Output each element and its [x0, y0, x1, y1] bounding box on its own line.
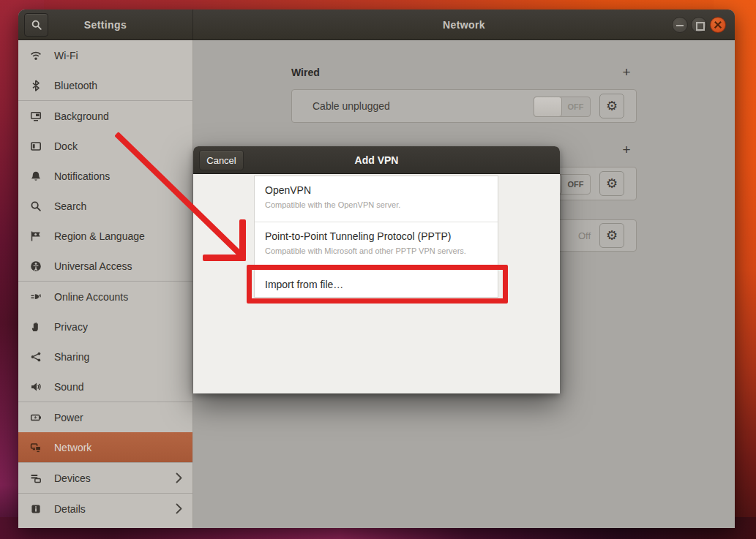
- sidebar-item-label: Sharing: [54, 351, 89, 363]
- sidebar-item-label: Background: [54, 110, 109, 122]
- sidebar-item-power[interactable]: Power: [18, 402, 192, 432]
- vpn-settings-button[interactable]: [599, 223, 624, 248]
- wired-toggle[interactable]: OFF: [534, 97, 591, 117]
- sidebar-item-background[interactable]: Background: [18, 101, 192, 131]
- gear-icon: [606, 99, 618, 113]
- sidebar-item-label: Sound: [54, 381, 83, 393]
- dock-icon: [30, 140, 42, 152]
- titlebar-page-section: Network: [193, 10, 735, 39]
- speaker-icon: [30, 381, 42, 393]
- minimize-button-icon[interactable]: [672, 17, 688, 33]
- wired-row: Cable unplugged OFF: [291, 89, 637, 123]
- sidebar-item-label: Power: [54, 412, 83, 423]
- sidebar-item-label: Search: [54, 200, 86, 212]
- maximize-button-icon[interactable]: [691, 17, 707, 33]
- accessibility-icon: [30, 260, 42, 272]
- sidebar-item-privacy[interactable]: Privacy: [18, 312, 192, 342]
- cancel-button[interactable]: Cancel: [199, 150, 244, 170]
- sidebar-item-label: Region & Language: [54, 230, 145, 242]
- info-icon: [30, 503, 42, 515]
- list-item-openvpn[interactable]: OpenVPN Compatible with the OpenVPN serv…: [255, 176, 498, 222]
- wired-settings-button[interactable]: [599, 94, 624, 118]
- list-item-title: OpenVPN: [265, 184, 487, 196]
- background-icon: [30, 110, 42, 122]
- sidebar-item-label: Details: [54, 503, 86, 515]
- sidebar-item-label: Network: [54, 442, 91, 453]
- sidebar-item-label: Privacy: [54, 321, 88, 333]
- add-vpn-button[interactable]: +: [619, 142, 634, 158]
- desktop-background: Settings Network Wi-Fi Bluetooth: [0, 0, 756, 539]
- devices-icon: [30, 472, 42, 484]
- sidebar-item-sound[interactable]: Sound: [18, 372, 192, 402]
- wifi-icon: [30, 50, 42, 61]
- bell-icon: [30, 170, 42, 182]
- sidebar-item-network[interactable]: Network: [18, 432, 192, 462]
- sidebar-item-devices[interactable]: Devices: [18, 463, 192, 493]
- app-title: Settings: [18, 10, 192, 39]
- second-row-settings-button[interactable]: [599, 171, 624, 196]
- toggle-knob: [534, 97, 562, 117]
- annotation-highlight-rectangle: [247, 265, 508, 304]
- page-title: Network: [193, 10, 735, 39]
- sidebar-item-dock[interactable]: Dock: [18, 131, 192, 161]
- sidebar-item-label: Notifications: [54, 170, 110, 182]
- sidebar-item-label: Devices: [54, 472, 91, 484]
- sidebar-item-universal-access[interactable]: Universal Access: [18, 251, 192, 281]
- annotation-arrowhead: [239, 219, 246, 261]
- dialog-title: Add VPN: [193, 146, 560, 173]
- network-icon: [30, 442, 42, 453]
- sidebar-item-label: Online Accounts: [54, 291, 128, 303]
- sidebar-item-label: Bluetooth: [54, 80, 97, 91]
- close-button-icon[interactable]: [710, 17, 726, 33]
- online-accounts-icon: [30, 291, 42, 303]
- list-item-pptp[interactable]: Point-to-Point Tunneling Protocol (PPTP)…: [255, 222, 498, 269]
- battery-icon: [30, 412, 42, 423]
- titlebar[interactable]: Settings Network: [18, 10, 735, 40]
- sidebar-item-wifi[interactable]: Wi-Fi: [18, 40, 192, 70]
- wired-row-label: Cable unplugged: [312, 90, 390, 122]
- magnifier-icon: [30, 200, 42, 212]
- flag-icon: [30, 230, 42, 242]
- sidebar-item-sharing[interactable]: Sharing: [18, 342, 192, 372]
- gear-icon: [606, 177, 618, 191]
- titlebar-sidebar-section: Settings: [18, 10, 193, 39]
- sidebar-item-label: Dock: [54, 140, 78, 152]
- list-item-subtitle: Compatible with Microsoft and other PPTP…: [265, 246, 487, 255]
- sidebar-item-details[interactable]: Details: [18, 494, 192, 524]
- list-item-title: Point-to-Point Tunneling Protocol (PPTP): [265, 230, 487, 242]
- window-controls: [672, 17, 726, 33]
- vpn-status-label: Off: [561, 220, 591, 251]
- sidebar-item-bluetooth[interactable]: Bluetooth: [18, 70, 192, 100]
- sidebar: Wi-Fi Bluetooth Background Dock Notifica…: [18, 40, 193, 528]
- sidebar-item-label: Universal Access: [54, 260, 132, 272]
- toggle-state-label: OFF: [561, 97, 590, 116]
- share-icon: [30, 351, 42, 363]
- wired-section-title: Wired: [291, 67, 320, 78]
- sidebar-item-online-accounts[interactable]: Online Accounts: [18, 282, 192, 312]
- sidebar-item-region-language[interactable]: Region & Language: [18, 221, 192, 251]
- add-wired-button[interactable]: +: [619, 64, 634, 80]
- hand-icon: [30, 321, 42, 333]
- sidebar-item-search[interactable]: Search: [18, 191, 192, 221]
- list-item-subtitle: Compatible with the OpenVPN server.: [265, 200, 487, 209]
- dialog-header[interactable]: Cancel Add VPN: [193, 146, 560, 174]
- chevron-right-icon: [176, 472, 182, 483]
- toggle-state-label: OFF: [561, 175, 590, 194]
- gear-icon: [606, 229, 618, 243]
- bluetooth-icon: [30, 80, 42, 91]
- sidebar-item-label: Wi-Fi: [54, 50, 78, 61]
- chevron-right-icon: [176, 503, 182, 514]
